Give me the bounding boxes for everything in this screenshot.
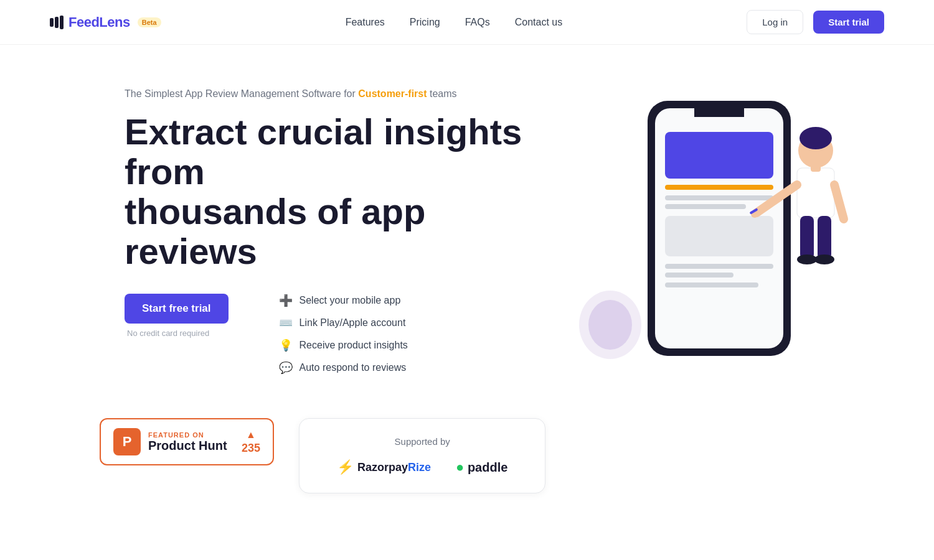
logo-text: FeedLens: [68, 14, 130, 30]
razorpay-text: RazorpayRize: [357, 461, 431, 474]
svg-rect-20: [800, 216, 814, 259]
feature-list: ➕ Select your mobile app ⌨️ Link Play/Ap…: [278, 294, 408, 375]
product-hunt-badge[interactable]: P FEATURED ON Product Hunt ▲ 235: [100, 418, 274, 465]
feature-item-3: 💬 Auto respond to reviews: [278, 361, 408, 375]
logo-lens: Lens: [99, 14, 130, 30]
subtitle-suffix: teams: [430, 88, 457, 99]
supported-logos: ⚡ RazorpayRize ● paddle: [337, 459, 507, 475]
svg-line-19: [834, 185, 844, 219]
logo-area: FeedLens Beta: [50, 14, 161, 30]
feature-item-1: ⌨️ Link Play/Apple account: [278, 316, 408, 330]
svg-rect-15: [797, 168, 834, 218]
feature-text-0: Select your mobile app: [300, 295, 401, 306]
svg-rect-24: [811, 163, 821, 172]
hero-title-line1: Extract crucial insights from: [125, 111, 522, 192]
ph-name: Product Hunt: [148, 439, 227, 453]
nav-links: Features Pricing FAQs Contact us: [346, 17, 563, 28]
feature-icon-1: ⌨️: [278, 316, 293, 330]
paddle-logo: ● paddle: [456, 459, 507, 475]
ph-text: FEATURED ON Product Hunt: [148, 431, 227, 453]
svg-rect-9: [665, 216, 773, 256]
feature-item-2: 💡 Receive product insights: [278, 338, 408, 352]
navbar: FeedLens Beta Features Pricing FAQs Cont…: [0, 0, 934, 45]
razorpay-icon: ⚡: [337, 459, 354, 475]
feature-item-0: ➕ Select your mobile app: [278, 294, 408, 307]
logo-icon: [50, 16, 64, 29]
svg-rect-12: [665, 282, 758, 287]
nav-contact[interactable]: Contact us: [515, 17, 562, 28]
login-button[interactable]: Log in: [747, 10, 803, 34]
svg-rect-21: [818, 216, 831, 259]
nav-features[interactable]: Features: [346, 17, 385, 28]
feature-text-2: Receive product insights: [300, 340, 408, 351]
subtitle-highlight: Customer-first: [358, 88, 427, 99]
svg-rect-8: [665, 204, 746, 209]
svg-point-22: [797, 254, 817, 264]
svg-rect-4: [694, 108, 744, 117]
bottom-section: P FEATURED ON Product Hunt ▲ 235 Support…: [0, 406, 934, 531]
ph-logo-letter: P: [123, 434, 132, 450]
svg-rect-11: [665, 273, 734, 278]
feature-text-1: Link Play/Apple account: [300, 317, 406, 329]
svg-rect-10: [665, 264, 773, 269]
svg-point-14: [800, 127, 832, 149]
feature-text-3: Auto respond to reviews: [300, 362, 407, 373]
svg-rect-7: [665, 195, 773, 200]
no-credit-text: No credit card required: [127, 329, 209, 338]
paddle-text: paddle: [468, 460, 507, 474]
hero-section: The Simplest App Review Management Softw…: [0, 45, 934, 406]
supported-label: Supported by: [395, 436, 450, 447]
feature-icon-3: 💬: [278, 361, 293, 375]
hero-left: The Simplest App Review Management Softw…: [125, 88, 535, 374]
hero-illustration: [573, 82, 884, 381]
subtitle-prefix: The Simplest App Review Management Softw…: [125, 88, 356, 99]
feature-icon-2: 💡: [278, 338, 293, 352]
start-trial-nav-button[interactable]: Start trial: [813, 11, 884, 34]
beta-badge: Beta: [138, 17, 161, 27]
ph-logo: P: [113, 428, 141, 455]
paddle-icon: ●: [456, 459, 464, 475]
svg-point-1: [588, 300, 632, 350]
hero-svg: [573, 82, 884, 393]
feature-icon-0: ➕: [278, 294, 293, 307]
ph-arrow-icon: ▲: [246, 429, 256, 441]
ph-count: 235: [242, 442, 260, 455]
razorpay-logo: ⚡ RazorpayRize: [337, 459, 431, 475]
logo-feed: Feed: [68, 14, 99, 30]
svg-rect-6: [665, 185, 773, 190]
start-free-trial-button[interactable]: Start free trial: [125, 294, 229, 324]
hero-cta-area: Start free trial No credit card required: [125, 294, 229, 338]
ph-featured-label: FEATURED ON: [148, 431, 227, 439]
supported-box: Supported by ⚡ RazorpayRize ● paddle: [299, 418, 545, 493]
nav-pricing[interactable]: Pricing: [410, 17, 440, 28]
svg-rect-5: [665, 132, 773, 179]
hero-subtitle: The Simplest App Review Management Softw…: [125, 88, 535, 100]
hero-title: Extract crucial insights from thousands …: [125, 112, 535, 271]
svg-point-23: [814, 254, 834, 264]
nav-actions: Log in Start trial: [747, 10, 884, 34]
ph-count-area: ▲ 235: [242, 429, 260, 455]
nav-faqs[interactable]: FAQs: [465, 17, 490, 28]
hero-title-line2: thousands of app reviews: [125, 191, 425, 271]
